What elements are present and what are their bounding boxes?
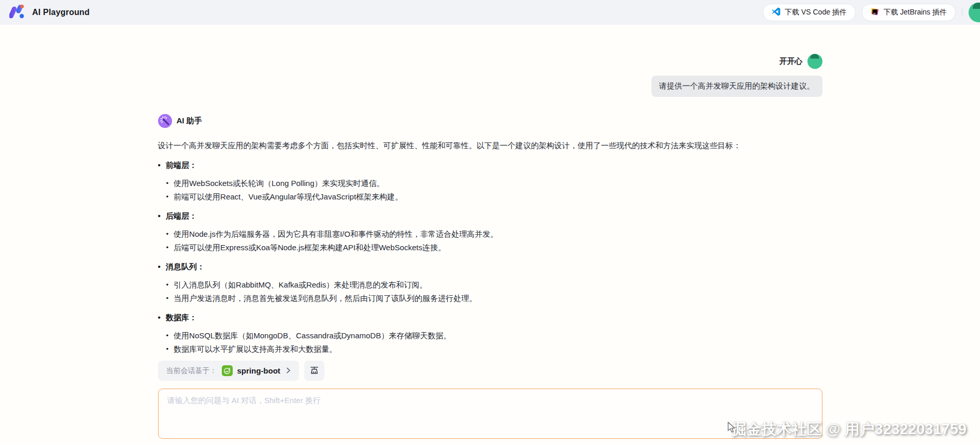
assistant-section: •前端层：•使用WebSockets或长轮询（Long Polling）来实现实… xyxy=(158,161,822,203)
section-item-text: 前端可以使用React、Vue或Angular等现代JavaScript框架来构… xyxy=(174,190,403,203)
section-title: 前端层： xyxy=(166,161,197,170)
section-item-text: 使用NoSQL数据库（如MongoDB、Cassandra或DynamoDB）来… xyxy=(174,329,451,342)
user-message: 开开心 请提供一个高并发聊天应用的架构设计建议。 xyxy=(158,54,822,97)
assistant-intro-paragraph: 设计一个高并发聊天应用的架构需要考虑多个方面，包括实时性、可扩展性、性能和可靠性… xyxy=(158,138,822,152)
section-item-list: •使用WebSockets或长轮询（Long Polling）来实现实时通信。•… xyxy=(166,177,822,203)
assistant-section: •数据库：•使用NoSQL数据库（如MongoDB、Cassandra或Dyna… xyxy=(158,313,822,355)
list-bullet: • xyxy=(166,227,169,240)
section-item-text: 使用Node.js作为后端服务器，因为它具有非阻塞I/O和事件驱动的特性，非常适… xyxy=(174,227,498,240)
user-message-avatar xyxy=(807,54,822,69)
brand: AI Playground xyxy=(9,4,90,21)
ai-assistant-avatar xyxy=(158,114,172,128)
section-item: •使用NoSQL数据库（如MongoDB、Cassandra或DynamoDB）… xyxy=(166,329,822,342)
section-item: •当用户发送消息时，消息首先被发送到消息队列，然后由订阅了该队列的服务进行处理。 xyxy=(166,292,822,305)
section-item-text: 当用户发送消息时，消息首先被发送到消息队列，然后由订阅了该队列的服务进行处理。 xyxy=(174,292,477,305)
section-item: •后端可以使用Express或Koa等Node.js框架来构建API和处理Web… xyxy=(166,241,822,254)
composer: 当前会话基于： spring-boot xyxy=(0,361,980,441)
person-icon xyxy=(811,54,819,59)
chevron-right-icon xyxy=(286,366,291,375)
list-bullet: • xyxy=(166,278,169,291)
user-avatar[interactable] xyxy=(969,3,980,22)
list-bullet: • xyxy=(166,342,169,355)
list-bullet: • xyxy=(158,161,161,169)
section-item: •使用Node.js作为后端服务器，因为它具有非阻塞I/O和事件驱动的特性，非常… xyxy=(166,227,822,240)
section-item: •使用WebSockets或长轮询（Long Polling）来实现实时通信。 xyxy=(166,177,822,190)
clear-conversation-button[interactable] xyxy=(304,361,324,381)
download-jetbrains-label: 下载 JetBrains 插件 xyxy=(884,8,947,17)
list-bullet: • xyxy=(166,177,169,190)
list-bullet: • xyxy=(158,313,161,322)
section-item-list: •使用Node.js作为后端服务器，因为它具有非阻塞I/O和事件驱动的特性，非常… xyxy=(166,227,822,254)
session-context-value: spring-boot xyxy=(237,366,280,375)
session-context-label: 当前会话基于： xyxy=(166,366,217,376)
list-bullet: • xyxy=(166,292,169,305)
assistant-message: AI 助手 设计一个高并发聊天应用的架构需要考虑多个方面，包括实时性、可扩展性、… xyxy=(158,114,822,374)
section-item-list: •使用NoSQL数据库（如MongoDB、Cassandra或DynamoDB）… xyxy=(166,329,822,355)
download-vscode-button[interactable]: 下载 VS Code 插件 xyxy=(763,4,856,21)
vscode-icon xyxy=(772,7,780,18)
list-bullet: • xyxy=(158,262,161,271)
list-bullet: • xyxy=(166,241,169,254)
assistant-section-list: •前端层：•使用WebSockets或长轮询（Long Polling）来实现实… xyxy=(158,161,822,374)
list-bullet: • xyxy=(166,329,169,342)
download-jetbrains-button[interactable]: 下载 JetBrains 插件 xyxy=(862,4,956,21)
assistant-section: •后端层：•使用Node.js作为后端服务器，因为它具有非阻塞I/O和事件驱动的… xyxy=(158,211,822,254)
app-title: AI Playground xyxy=(32,8,90,17)
chat-area: 开开心 请提供一个高并发聊天应用的架构设计建议。 xyxy=(0,54,980,374)
broom-icon xyxy=(309,365,319,377)
download-vscode-label: 下载 VS Code 插件 xyxy=(785,8,847,17)
jetbrains-icon xyxy=(871,7,879,18)
user-name: 开开心 xyxy=(779,56,803,66)
app-logo-icon xyxy=(9,4,27,21)
section-title: 消息队列： xyxy=(166,262,205,272)
session-context-chip[interactable]: 当前会话基于： spring-boot xyxy=(158,361,299,381)
section-item-text: 后端可以使用Express或Koa等Node.js框架来构建API和处理WebS… xyxy=(174,241,446,254)
ai-assistant-name: AI 助手 xyxy=(177,116,202,126)
person-icon xyxy=(973,3,980,9)
section-item: •前端可以使用React、Vue或Angular等现代JavaScript框架来… xyxy=(166,190,822,203)
section-item-text: 数据库可以水平扩展以支持高并发和大数据量。 xyxy=(174,342,337,355)
spring-boot-icon xyxy=(222,365,233,376)
section-item-list: •引入消息队列（如RabbitMQ、Kafka或Redis）来处理消息的发布和订… xyxy=(166,278,822,305)
section-title: 数据库： xyxy=(166,313,197,323)
prompt-input[interactable] xyxy=(158,389,822,439)
list-bullet: • xyxy=(166,190,169,203)
section-item: •引入消息队列（如RabbitMQ、Kafka或Redis）来处理消息的发布和订… xyxy=(166,278,822,291)
top-bar: AI Playground 下载 VS Code 插件 xyxy=(0,0,980,25)
section-item-text: 引入消息队列（如RabbitMQ、Kafka或Redis）来处理消息的发布和订阅… xyxy=(174,278,427,291)
section-item: •数据库可以水平扩展以支持高并发和大数据量。 xyxy=(166,342,822,355)
assistant-section: •消息队列：•引入消息队列（如RabbitMQ、Kafka或Redis）来处理消… xyxy=(158,262,822,305)
user-message-bubble: 请提供一个高并发聊天应用的架构设计建议。 xyxy=(651,76,822,97)
header-divider xyxy=(962,8,962,17)
section-item-text: 使用WebSockets或长轮询（Long Polling）来实现实时通信。 xyxy=(174,177,385,190)
section-title: 后端层： xyxy=(166,211,197,221)
list-bullet: • xyxy=(158,211,161,220)
